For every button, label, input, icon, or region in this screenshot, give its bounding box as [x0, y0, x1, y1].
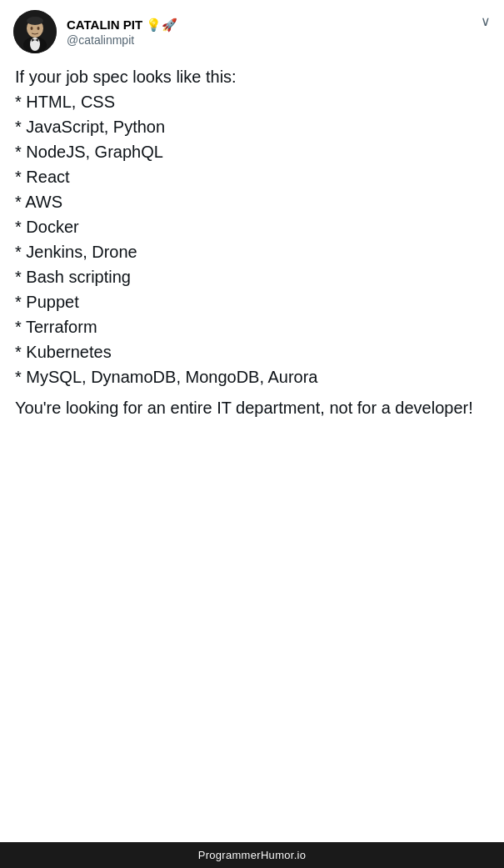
svg-point-2 [30, 38, 40, 51]
list-item: * JavaScript, Python [15, 114, 489, 139]
list-item: * Kubernetes [15, 339, 489, 364]
svg-point-7 [31, 27, 33, 30]
tweet-header: CATALIN PIT 💡🚀 @catalinmpit ∨ [13, 10, 491, 53]
tweet-body: If your job spec looks like this: * HTML… [13, 65, 491, 420]
footer-bar: ProgrammerHumor.io [0, 842, 504, 868]
tweet-container: CATALIN PIT 💡🚀 @catalinmpit ∨ If your jo… [0, 0, 504, 842]
tweet-header-left: CATALIN PIT 💡🚀 @catalinmpit [13, 10, 177, 53]
list-item: * React [15, 164, 489, 189]
user-info: CATALIN PIT 💡🚀 @catalinmpit [67, 18, 177, 47]
list-item: * Jenkins, Drone [15, 239, 489, 264]
svg-point-8 [37, 27, 40, 30]
name-emojis: 💡🚀 [146, 18, 177, 33]
conclusion-text: You're looking for an entire IT departme… [15, 396, 489, 420]
list-item: * HTML, CSS [15, 89, 489, 114]
display-name: CATALIN PIT 💡🚀 [67, 18, 177, 33]
list-item: * Terraform [15, 314, 489, 339]
skill-list: * HTML, CSS * JavaScript, Python * NodeJ… [15, 89, 489, 389]
avatar [13, 10, 57, 53]
svg-point-6 [27, 17, 43, 25]
name-text: CATALIN PIT [67, 18, 142, 32]
list-item: * MySQL, DynamoDB, MongoDB, Aurora [15, 364, 489, 389]
list-item: * Docker [15, 214, 489, 239]
list-item-bash: * Bash scripting [15, 264, 489, 289]
intro-text: If your job spec looks like this: [15, 65, 489, 89]
chevron-down-icon[interactable]: ∨ [481, 13, 491, 29]
username: @catalinmpit [67, 33, 177, 47]
list-item: * AWS [15, 189, 489, 214]
list-item: * Puppet [15, 289, 489, 314]
list-item: * NodeJS, GraphQL [15, 139, 489, 164]
footer-label: ProgrammerHumor.io [198, 849, 307, 861]
